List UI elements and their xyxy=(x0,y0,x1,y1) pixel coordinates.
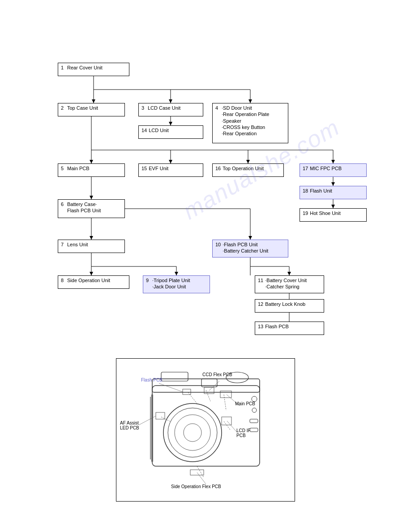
svg-line-56 xyxy=(224,421,231,430)
box-11: 11 ·Battery Cover Unit ·Catcher Spring xyxy=(255,275,324,293)
svg-line-54 xyxy=(224,395,226,410)
box-3: 3 LCD Case Unit xyxy=(138,103,203,116)
box-2-text: Top Case Unit xyxy=(67,105,122,111)
box-5-text: Main PCB xyxy=(67,165,122,172)
svg-point-67 xyxy=(252,408,257,412)
svg-marker-33 xyxy=(331,160,335,163)
box-17: 17 MIC FPC PCB xyxy=(300,163,367,177)
svg-line-76 xyxy=(197,472,206,484)
box-19: 19 Hot Shoe Unit xyxy=(300,208,367,222)
svg-marker-37 xyxy=(90,236,93,240)
box-18: 18 Flash Unit xyxy=(300,186,367,199)
svg-rect-44 xyxy=(152,386,260,466)
svg-marker-41 xyxy=(287,272,291,275)
box-1: 1 Rear Cover Unit xyxy=(58,63,129,76)
svg-line-57 xyxy=(197,466,204,477)
box-6: 6 Battery Case· Flash PCB Unit xyxy=(58,199,125,218)
box-12-num: 12 xyxy=(258,301,263,307)
camera-label-main-pcb: Main PCB xyxy=(235,401,255,406)
svg-marker-27 xyxy=(169,99,172,103)
camera-diagram-wrapper: Flash PCB CCD Flex PCB Main PCB AF Assis… xyxy=(111,358,300,502)
box-13: 13 Flash PCB xyxy=(255,322,324,335)
svg-marker-26 xyxy=(92,99,95,103)
svg-marker-29 xyxy=(169,122,172,125)
box-5-num: 5 xyxy=(61,165,65,172)
svg-line-53 xyxy=(206,390,210,401)
box-10-text: ·Flash PCB Unit ·Battery Catcher Unit xyxy=(223,241,285,254)
svg-marker-39 xyxy=(90,272,93,275)
box-11-text: ·Battery Cover Unit ·Catcher Spring xyxy=(265,277,321,290)
svg-marker-38 xyxy=(248,236,252,240)
svg-marker-40 xyxy=(175,272,178,275)
box-3-num: 3 xyxy=(141,105,146,111)
box-9-text: ·Tripod Plate Unit ·Jack Door Unit xyxy=(152,277,207,290)
box-15-num: 15 xyxy=(141,165,147,172)
svg-marker-32 xyxy=(246,160,250,163)
box-15-text: EVF Unit xyxy=(149,165,200,172)
svg-marker-30 xyxy=(90,160,93,163)
camera-label-flash-pcb: Flash PCB xyxy=(141,378,163,382)
box-7-text: Lens Unit xyxy=(67,241,122,248)
box-8: 8 Side Operation Unit xyxy=(58,275,129,289)
box-19-text: Hot Shoe Unit xyxy=(310,210,364,216)
box-2: 2 Top Case Unit xyxy=(58,103,125,116)
box-7: 7 Lens Unit xyxy=(58,240,125,253)
box-1-text: Rear Cover Unit xyxy=(67,64,126,71)
svg-line-75 xyxy=(227,421,237,433)
svg-rect-58 xyxy=(183,389,191,395)
svg-marker-35 xyxy=(331,205,335,208)
connector-lines xyxy=(13,9,398,349)
box-12: 12 Battery Lock Knob xyxy=(255,299,324,313)
box-7-num: 7 xyxy=(61,241,65,248)
box-9: 9 ·Tripod Plate Unit ·Jack Door Unit xyxy=(143,275,210,293)
box-13-text: Flash PCB xyxy=(265,323,321,330)
box-5: 5 Main PCB xyxy=(58,163,125,177)
camera-label-ccd-flex: CCD Flex PCB xyxy=(202,372,232,377)
box-9-num: 9 xyxy=(146,277,150,283)
svg-line-74 xyxy=(139,416,156,425)
page-container: 1 Rear Cover Unit 2 Top Case Unit 3 LCD … xyxy=(0,0,411,532)
svg-point-49 xyxy=(168,408,217,457)
box-4: 4 ·SD Door Unit ·Rear Operation Plate ·S… xyxy=(212,103,288,143)
box-15: 15 EVF Unit xyxy=(138,163,203,177)
box-18-text: Flash Unit xyxy=(310,188,364,194)
svg-marker-28 xyxy=(248,99,252,103)
svg-line-52 xyxy=(188,392,197,403)
box-10-num: 10 xyxy=(215,241,221,248)
svg-rect-46 xyxy=(161,372,188,381)
box-8-text: Side Operation Unit xyxy=(67,277,126,283)
svg-point-50 xyxy=(175,415,210,450)
box-14-text: LCD Unit xyxy=(149,127,200,133)
box-6-text: Battery Case· Flash PCB Unit xyxy=(67,201,122,214)
svg-marker-31 xyxy=(169,160,172,163)
svg-rect-62 xyxy=(222,417,231,425)
box-17-num: 17 xyxy=(303,165,308,172)
box-14: 14 LCD Unit xyxy=(138,125,203,139)
box-3-text: LCD Case Unit xyxy=(148,105,200,111)
box-2-num: 2 xyxy=(61,105,65,111)
camera-label-side-op: Side Operation Flex PCB xyxy=(171,484,221,489)
box-4-num: 4 xyxy=(215,105,220,111)
flowchart: 1 Rear Cover Unit 2 Top Case Unit 3 LCD … xyxy=(13,9,398,349)
box-10: 10 ·Flash PCB Unit ·Battery Catcher Unit xyxy=(212,240,288,257)
svg-line-71 xyxy=(159,383,183,392)
svg-point-48 xyxy=(163,403,222,462)
box-12-text: Battery Lock Knob xyxy=(265,301,321,307)
box-17-text: MIC FPC PCB xyxy=(310,165,364,172)
svg-marker-34 xyxy=(331,182,335,186)
box-6-num: 6 xyxy=(61,201,65,207)
box-19-num: 19 xyxy=(303,210,308,216)
box-8-num: 8 xyxy=(61,277,65,283)
camera-label-af-assist: AF AssistLED PCB xyxy=(120,420,139,430)
svg-point-51 xyxy=(184,424,201,442)
box-18-num: 18 xyxy=(303,188,308,194)
camera-diagram: Flash PCB CCD Flex PCB Main PCB AF Assis… xyxy=(116,358,295,502)
camera-label-lcd-if: LCD IFPCB xyxy=(236,428,251,438)
svg-rect-69 xyxy=(250,428,258,432)
box-11-num: 11 xyxy=(258,277,263,283)
box-13-num: 13 xyxy=(258,323,263,330)
box-4-text: ·SD Door Unit ·Rear Operation Plate ·Spe… xyxy=(222,105,285,137)
box-16-text: Top Operation Unit xyxy=(223,165,281,172)
svg-marker-36 xyxy=(90,196,93,199)
box-1-num: 1 xyxy=(61,64,65,71)
